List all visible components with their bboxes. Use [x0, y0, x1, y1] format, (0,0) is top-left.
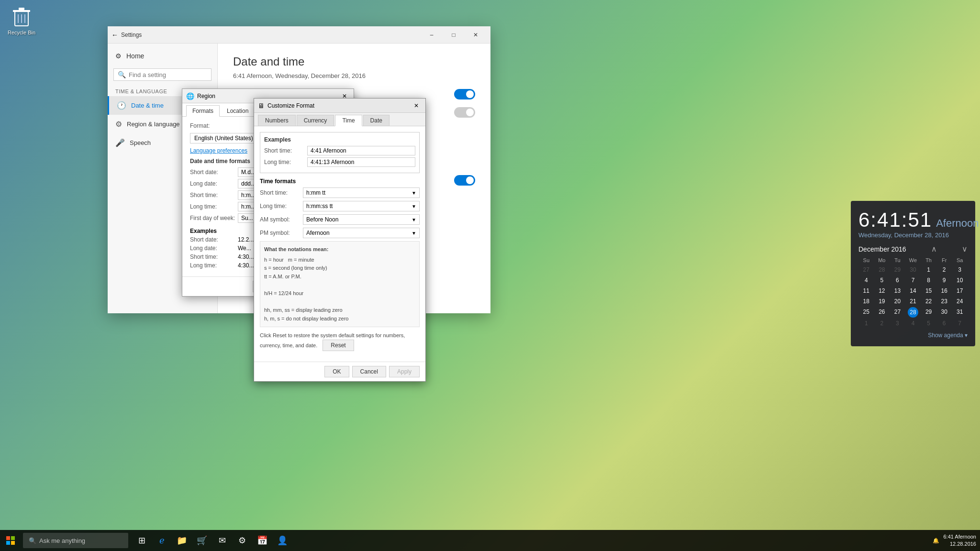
set-timezone-auto-toggle[interactable]	[454, 107, 475, 118]
settings-icon[interactable]: ⚙	[233, 530, 252, 551]
taskbar-clock[interactable]: 6:41 Afernoon 12.28.2016	[943, 533, 976, 548]
region-first-day-label: First day of week:	[190, 215, 238, 221]
cust-short-time-value: 4:41 Afernoon	[307, 146, 415, 155]
edge-icon[interactable]: ℯ	[152, 530, 171, 551]
calendar-day[interactable]: 18	[858, 297, 874, 306]
calendar-nav-up[interactable]: ∧	[931, 244, 937, 253]
page-title: Date and time	[233, 55, 475, 68]
calendar-day[interactable]: 7	[952, 319, 968, 328]
store-icon[interactable]: 🛒	[192, 530, 212, 551]
calendar-day[interactable]: 6	[890, 276, 905, 285]
back-button[interactable]: ←	[111, 31, 118, 39]
region-long-date-label: Long date:	[190, 180, 238, 187]
calendar-day[interactable]: 30	[936, 307, 952, 318]
taskbar-notification-icon[interactable]: 🔔	[933, 538, 939, 544]
calendar-day[interactable]: 1	[921, 265, 936, 275]
short-time-fmt-select[interactable]: h:mm tt ▼	[303, 187, 420, 198]
calendar-day[interactable]: 25	[858, 307, 874, 318]
calendar-taskbar-icon[interactable]: 📅	[253, 530, 272, 551]
customize-apply-button[interactable]: Apply	[389, 366, 420, 377]
calendar-day[interactable]: 23	[936, 297, 952, 306]
calendar-day[interactable]: 5	[874, 276, 890, 285]
pm-symbol-select[interactable]: Afernoon ▼	[303, 228, 420, 238]
calendar-day[interactable]: 6	[936, 319, 952, 328]
taskbar: 🔍 Ask me anything ⊞ ℯ 📁 🛒 ✉ ⚙ 📅 👤 🔔 6:41…	[0, 530, 980, 551]
calendar-day[interactable]: 12	[874, 286, 890, 296]
calendar-day[interactable]: 24	[952, 297, 968, 306]
taskbar-search[interactable]: 🔍 Ask me anything	[23, 533, 128, 548]
set-time-auto-toggle[interactable]	[454, 89, 475, 99]
calendar-nav-down[interactable]: ∨	[962, 244, 968, 253]
calendar-day[interactable]: 20	[890, 297, 905, 306]
cust-short-time-label: Short time:	[264, 147, 307, 154]
search-box[interactable]: 🔍	[113, 68, 212, 81]
svg-rect-9	[11, 541, 15, 545]
am-symbol-select[interactable]: Before Noon ▼	[303, 214, 420, 225]
calendar-day[interactable]: 2	[874, 319, 890, 328]
calendar-day[interactable]: 17	[952, 286, 968, 296]
calendar-day[interactable]: 29	[921, 307, 936, 318]
tab-time[interactable]: Time	[335, 115, 362, 126]
calendar-day[interactable]: 11	[858, 286, 874, 296]
long-time-fmt-select[interactable]: h:mm:ss tt ▼	[303, 201, 420, 211]
long-time-fmt-arrow: ▼	[412, 204, 416, 209]
calendar-day[interactable]: 26	[874, 307, 890, 318]
customize-cancel-button[interactable]: Cancel	[352, 366, 386, 377]
people-icon[interactable]: 👤	[273, 530, 292, 551]
calendar-day[interactable]: 4	[905, 319, 921, 328]
pm-symbol-row: PM symbol: Afernoon ▼	[260, 228, 420, 238]
calendar-day[interactable]: 19	[874, 297, 890, 306]
close-button[interactable]: ✕	[465, 26, 487, 44]
customize-close-button[interactable]: ✕	[411, 100, 422, 111]
calendar-day[interactable]: 7	[905, 276, 921, 285]
calendar-day[interactable]: 31	[952, 307, 968, 318]
calendar-day[interactable]: 8	[921, 276, 936, 285]
calendar-day[interactable]: 27	[858, 265, 874, 275]
calendar-day[interactable]: 16	[936, 286, 952, 296]
tab-date[interactable]: Date	[363, 115, 390, 126]
calendar-day[interactable]: 14	[905, 286, 921, 296]
recycle-bin[interactable]: Recycle Bin	[5, 5, 38, 35]
calendar-day[interactable]: 28	[908, 307, 918, 318]
calendar-day[interactable]: 28	[874, 265, 890, 275]
tab-currency[interactable]: Currency	[297, 115, 334, 126]
calendar-day[interactable]: 4	[858, 276, 874, 285]
calendar-day[interactable]: 1	[858, 319, 874, 328]
tab-formats[interactable]: Formats	[186, 105, 220, 117]
sidebar-home[interactable]: ⚙ Home	[108, 47, 217, 65]
long-time-fmt-label: Long time:	[260, 203, 303, 209]
recycle-bin-label: Recycle Bin	[8, 30, 35, 35]
notation-line-3: tt = A.M. or P.M.	[264, 273, 415, 281]
calendar-day[interactable]: 27	[890, 307, 905, 318]
minimize-button[interactable]: –	[421, 26, 443, 44]
customize-examples-box: Examples Short time: 4:41 Afernoon Long …	[260, 132, 420, 173]
mail-icon[interactable]: ✉	[212, 530, 232, 551]
customize-ok-button[interactable]: OK	[324, 366, 349, 377]
calendar-day[interactable]: 5	[921, 319, 936, 328]
clock-widget: 6:41:51 Afernoon Wednesday, December 28,…	[851, 201, 975, 346]
file-explorer-icon[interactable]: 📁	[172, 530, 191, 551]
calendar-day[interactable]: 21	[905, 297, 921, 306]
adjust-dst-toggle[interactable]	[454, 175, 475, 186]
tab-location[interactable]: Location	[221, 105, 255, 116]
maximize-button[interactable]: □	[443, 26, 465, 44]
calendar-day[interactable]: 2	[936, 265, 952, 275]
calendar-day[interactable]: 15	[921, 286, 936, 296]
calendar-day[interactable]: 29	[890, 265, 905, 275]
start-button[interactable]	[0, 530, 21, 551]
calendar-day[interactable]: 30	[905, 265, 921, 275]
calendar-day[interactable]: 3	[890, 319, 905, 328]
short-time-fmt-row: Short time: h:mm tt ▼	[260, 187, 420, 198]
ex-long-date-val: We...	[238, 245, 251, 252]
calendar-day[interactable]: 22	[921, 297, 936, 306]
calendar-day[interactable]: 10	[952, 276, 968, 285]
reset-button[interactable]: Reset	[323, 340, 354, 351]
show-agenda[interactable]: Show agenda ▾	[858, 332, 968, 339]
tab-numbers[interactable]: Numbers	[258, 115, 296, 126]
calendar-day[interactable]: 13	[890, 286, 905, 296]
calendar-day[interactable]: 9	[936, 276, 952, 285]
pm-symbol-arrow: ▼	[412, 231, 416, 236]
task-view-button[interactable]: ⊞	[132, 530, 151, 551]
search-input[interactable]	[129, 71, 207, 78]
calendar-day[interactable]: 3	[952, 265, 968, 275]
